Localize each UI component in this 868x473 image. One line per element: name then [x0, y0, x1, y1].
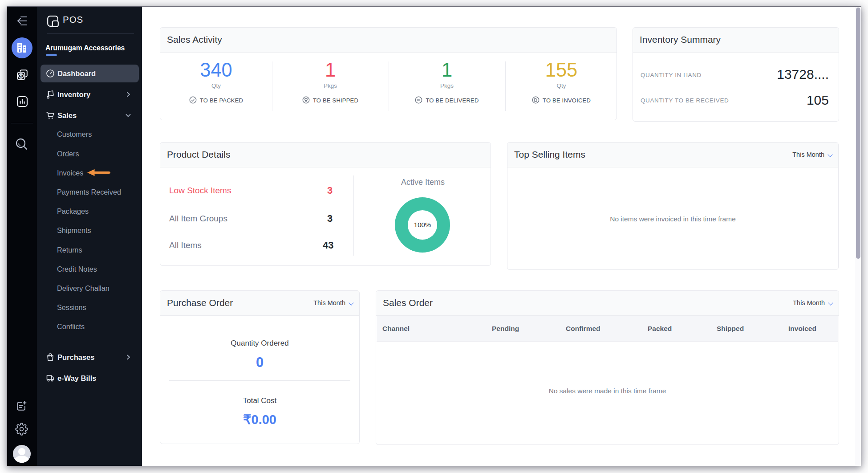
svg-text:$: $ — [20, 73, 22, 78]
